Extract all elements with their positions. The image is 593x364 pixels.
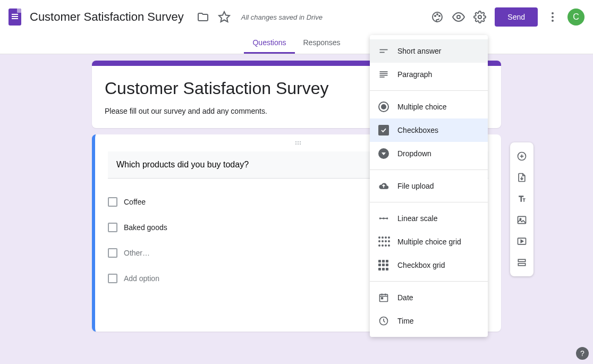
svg-point-8 — [552, 16, 554, 18]
svg-point-2 — [435, 15, 436, 16]
text-icon — [516, 193, 527, 204]
svg-point-5 — [457, 15, 460, 19]
forms-logo-icon[interactable] — [9, 9, 21, 26]
menu-label: File upload — [397, 182, 434, 190]
menu-label: Paragraph — [397, 70, 432, 79]
checkbox-icon — [108, 248, 117, 258]
move-to-folder-button[interactable] — [192, 6, 214, 28]
add-video-button[interactable] — [512, 232, 531, 251]
svg-point-15 — [300, 143, 301, 145]
menu-item-linear-scale[interactable]: Linear scale — [370, 207, 488, 230]
section-icon — [516, 257, 527, 268]
menu-item-cb-grid[interactable]: Checkbox grid — [370, 253, 488, 277]
svg-point-9 — [552, 20, 554, 22]
menu-item-dropdown[interactable]: Dropdown — [370, 142, 488, 165]
option-text[interactable]: Baked goods — [124, 223, 167, 232]
paragraph-icon — [378, 69, 389, 80]
menu-label: Short answer — [397, 47, 441, 55]
add-section-button[interactable] — [512, 253, 531, 272]
settings-button[interactable] — [469, 6, 490, 28]
cb-grid-icon — [378, 260, 389, 270]
clock-icon — [378, 316, 389, 326]
side-toolbar — [510, 142, 533, 276]
add-option-label: Add option — [124, 274, 159, 283]
svg-marker-0 — [219, 12, 230, 22]
calendar-icon — [378, 292, 389, 303]
svg-point-3 — [437, 14, 438, 15]
svg-rect-41 — [518, 264, 525, 266]
checkbox-icon — [108, 223, 117, 232]
menu-item-short-answer[interactable]: Short answer — [370, 39, 488, 63]
menu-item-file-upload[interactable]: File upload — [370, 174, 488, 198]
checkbox-icon — [108, 274, 117, 283]
gear-icon — [473, 11, 486, 23]
svg-marker-39 — [521, 240, 523, 243]
cloud-upload-icon — [378, 181, 389, 191]
help-button[interactable]: ? — [576, 347, 589, 360]
menu-label: Date — [397, 293, 413, 302]
svg-point-6 — [478, 15, 481, 19]
drag-icon — [292, 141, 304, 145]
app-header: Customer Satisfaction Survey All changes… — [0, 0, 593, 34]
menu-item-date[interactable]: Date — [370, 286, 488, 309]
menu-label: Multiple choice — [397, 103, 447, 111]
menu-label: Checkbox grid — [397, 261, 445, 269]
add-question-button[interactable] — [512, 147, 531, 166]
svg-point-13 — [295, 143, 296, 145]
dropdown-icon — [378, 148, 389, 159]
tab-responses[interactable]: Responses — [295, 34, 349, 54]
star-button[interactable] — [214, 6, 235, 28]
import-questions-button[interactable] — [512, 168, 531, 187]
form-title-input[interactable]: Customer Satisfaction Survey — [30, 10, 184, 24]
menu-label: Dropdown — [397, 149, 431, 158]
add-image-button[interactable] — [512, 210, 531, 230]
menu-item-paragraph[interactable]: Paragraph — [370, 63, 488, 86]
option-text[interactable]: Coffee — [124, 198, 146, 206]
tabs: Questions Responses — [0, 34, 593, 54]
question-type-menu: Short answer Paragraph Multiple choice C… — [370, 35, 488, 337]
menu-divider — [370, 90, 488, 91]
image-icon — [516, 215, 527, 225]
radio-icon — [378, 101, 389, 112]
menu-label: Linear scale — [397, 214, 438, 223]
star-icon — [218, 11, 231, 23]
svg-rect-31 — [382, 298, 383, 299]
svg-point-12 — [300, 141, 301, 142]
more-options-button[interactable] — [542, 6, 563, 28]
import-icon — [516, 172, 527, 183]
mc-grid-icon — [378, 236, 389, 247]
palette-icon — [431, 11, 444, 23]
menu-item-mc-grid[interactable]: Multiple choice grid — [370, 230, 488, 253]
more-vert-icon — [546, 11, 559, 23]
main-area: Customer Satisfaction Survey Please fill… — [0, 54, 593, 364]
menu-label: Checkboxes — [397, 126, 438, 134]
menu-item-time[interactable]: Time — [370, 309, 488, 333]
save-status: All changes saved in Drive — [241, 13, 323, 21]
svg-point-7 — [552, 12, 554, 14]
menu-divider — [370, 281, 488, 282]
linear-scale-icon — [378, 213, 389, 224]
send-button[interactable]: Send — [495, 7, 538, 27]
preview-button[interactable] — [448, 6, 469, 28]
svg-point-14 — [298, 143, 299, 145]
folder-icon — [197, 11, 209, 23]
svg-point-11 — [298, 141, 299, 142]
video-icon — [516, 236, 527, 247]
menu-divider — [370, 202, 488, 202]
menu-label: Time — [397, 317, 414, 325]
add-title-button[interactable] — [512, 189, 531, 208]
svg-rect-27 — [380, 294, 388, 301]
menu-divider — [370, 170, 488, 170]
option-other-label: Other… — [124, 249, 150, 257]
avatar[interactable]: C — [567, 9, 584, 26]
short-answer-icon — [378, 46, 389, 56]
menu-item-checkboxes[interactable]: Checkboxes — [370, 118, 488, 142]
checkbox-icon — [378, 125, 389, 136]
add-circle-icon — [516, 151, 527, 162]
tab-questions[interactable]: Questions — [244, 34, 294, 54]
svg-rect-40 — [518, 259, 525, 261]
checkbox-icon — [108, 197, 117, 207]
customize-theme-button[interactable] — [427, 6, 448, 28]
svg-point-4 — [439, 15, 440, 16]
menu-item-multiple-choice[interactable]: Multiple choice — [370, 95, 488, 118]
